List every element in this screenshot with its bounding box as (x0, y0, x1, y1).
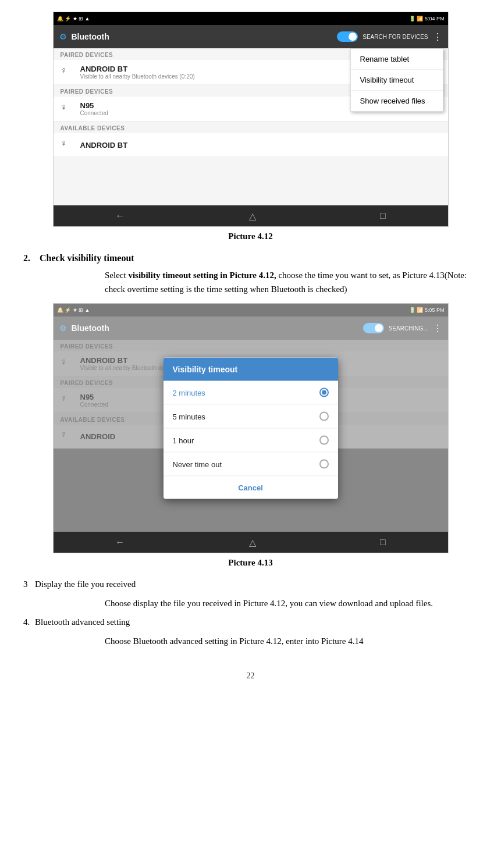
section-3-title: Display the file you received (35, 579, 136, 589)
more-options-icon[interactable]: ⋮ (433, 31, 442, 42)
radio-5min (319, 412, 329, 421)
recents-button-412[interactable]: □ (380, 211, 386, 221)
available-android-bt[interactable]: ♀ ANDROID BT (54, 133, 448, 157)
rename-tablet-item[interactable]: Rename tablet (351, 49, 443, 70)
available-bt-icon: ♀ (61, 138, 74, 152)
android-bt-info: ANDROID BT Visible to all nearby Bluetoo… (80, 65, 195, 80)
section-3-body: Choose display the file you received in … (105, 596, 478, 610)
section-4: 4. Bluetooth advanced setting (23, 617, 478, 627)
n95-device-icon: ♀ (61, 102, 74, 116)
show-received-files-item[interactable]: Show received files (351, 91, 443, 111)
screenshot-412: 🔔 ⚡ ★ ⊞ ▲ 🔋 📶 5:04 PM ⚙ Bluetooth SEARCH… (53, 12, 449, 227)
available-android-name: ANDROID BT (80, 141, 128, 150)
option-5min-label: 5 minutes (173, 412, 205, 421)
back-button-412[interactable]: ← (115, 211, 125, 221)
bluetooth-toggle[interactable] (337, 31, 358, 42)
caption-413: Picture 4.13 (23, 558, 478, 568)
recents-button-413[interactable]: □ (380, 537, 386, 547)
android-bt-name: ANDROID BT (80, 65, 195, 73)
section-4-number: 4. (23, 617, 35, 627)
available-devices-header: AVAILABLE DEVICES (54, 122, 448, 133)
section-3-number: 3 (23, 579, 35, 589)
nav-bar-412: ← △ □ (54, 205, 448, 226)
radio-1hr (319, 436, 329, 445)
picture-412-container: 🔔 ⚡ ★ ⊞ ▲ 🔋 📶 5:04 PM ⚙ Bluetooth SEARCH… (23, 12, 478, 227)
option-never-label: Never time out (173, 460, 222, 468)
n95-name: N95 (80, 101, 108, 110)
option-2-minutes[interactable]: 2 minutes (164, 381, 338, 405)
home-button-412[interactable]: △ (249, 211, 256, 222)
status-right-icons: 🔋 📶 5:04 PM (409, 16, 445, 22)
section-4-title: Bluetooth advanced setting (35, 617, 130, 627)
section-4-body-container: Bluetooth advanced setting (35, 617, 478, 627)
section-2-title: Check visibility timeout (40, 253, 134, 264)
radio-2min (319, 388, 329, 397)
section-3-body-container: Display the file you received (35, 579, 478, 589)
radio-never (319, 460, 329, 469)
status-left-icons: 🔔 ⚡ ★ ⊞ ▲ (57, 16, 90, 22)
visibility-timeout-item[interactable]: Visibility timeout (351, 70, 443, 91)
n95-info: N95 Connected (80, 101, 108, 116)
option-1hr-label: 1 hour (173, 436, 194, 444)
visibility-timeout-dialog: Visibility timeout 2 minutes 5 minutes 1… (164, 358, 338, 499)
option-never-timeout[interactable]: Never time out (164, 453, 338, 476)
option-5-minutes[interactable]: 5 minutes (164, 405, 338, 429)
screenshot-413: 🔔 ⚡ ★ ⊞ ▲ 🔋 📶 5:05 PM ⚙ Bluetooth SEARCH… (53, 303, 449, 553)
status-bar-412: 🔔 ⚡ ★ ⊞ ▲ 🔋 📶 5:04 PM (54, 12, 448, 25)
section-4-body: Choose Bluetooth advanced setting in Pic… (105, 634, 478, 648)
section-2-heading: 2. Check visibility timeout (23, 253, 478, 264)
n95-sub: Connected (80, 110, 108, 116)
home-button-413[interactable]: △ (249, 537, 256, 548)
option-2min-label: 2 minutes (173, 388, 205, 397)
bluetooth-title: Bluetooth (72, 32, 333, 41)
search-for-devices-button[interactable]: SEARCH FOR DEVICES (363, 34, 428, 40)
caption-412: Picture 4.12 (23, 232, 478, 241)
back-button-413[interactable]: ← (115, 537, 125, 547)
section-2-body: Select visibility timeout setting in Pic… (105, 268, 478, 296)
bluetooth-device-icon: ♀ (61, 65, 74, 79)
nav-bar-413: ← △ □ (54, 532, 448, 553)
dialog-title: Visibility timeout (164, 358, 338, 381)
bluetooth-topbar-412: ⚙ Bluetooth SEARCH FOR DEVICES ⋮ (54, 25, 448, 48)
page-number: 22 (23, 671, 478, 681)
available-android-info: ANDROID BT (80, 141, 128, 150)
option-1-hour[interactable]: 1 hour (164, 429, 338, 453)
section-3: 3 Display the file you received (23, 579, 478, 589)
picture-413-container: 🔔 ⚡ ★ ⊞ ▲ 🔋 📶 5:05 PM ⚙ Bluetooth SEARCH… (23, 303, 478, 553)
section-2-number: 2. (23, 253, 35, 264)
android-bt-sub: Visible to all nearby Bluetooth devices … (80, 73, 195, 80)
dialog-cancel-button[interactable]: Cancel (164, 476, 338, 499)
dropdown-menu-412: Rename tablet Visibility timeout Show re… (350, 48, 443, 112)
bold-visibility: visibility timeout setting in Picture 4.… (128, 271, 276, 280)
